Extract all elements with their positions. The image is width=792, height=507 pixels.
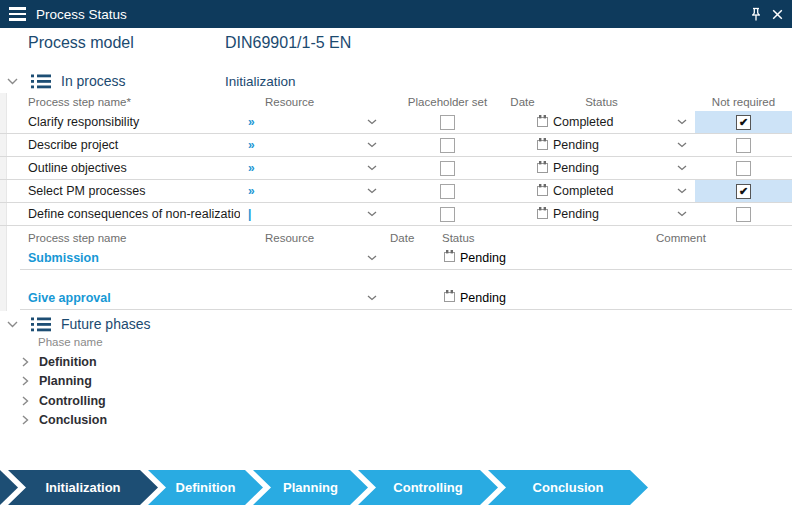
expand-chevron-icon[interactable] [22,357,29,367]
resource-cell[interactable]: | [240,203,385,225]
resource-cell[interactable]: » [240,134,385,156]
phase-segment-initialization[interactable]: Initialization [8,470,158,505]
date-cell[interactable] [510,157,535,179]
chevron-down-icon[interactable] [668,203,695,225]
phase-name: Definition [39,355,97,369]
chevron-down-icon[interactable] [668,111,695,133]
process-model-value[interactable]: DIN69901/1-5 EN [225,34,351,52]
col-header-placeholder[interactable]: Placeholder set [385,96,510,108]
status-cell[interactable]: Completed [535,184,668,199]
table-row: Give approval Pending [20,286,792,310]
not-required-cell [695,180,792,202]
chevron-down-icon[interactable] [367,255,377,261]
expand-chevron-icon[interactable] [22,396,29,406]
not-required-checkbox[interactable] [736,115,751,130]
status-cell[interactable]: Pending [430,290,650,305]
list-item[interactable]: Conclusion [0,411,792,431]
text-cursor[interactable]: | [248,207,367,221]
close-icon[interactable] [772,9,783,20]
status-cell[interactable]: Completed [535,115,668,130]
status-cell[interactable]: Pending [535,138,668,153]
calendar-icon [537,115,548,130]
process-step-name[interactable]: Select PM processes [0,184,240,198]
phase-segment-label: Definition [176,480,236,495]
process-status-window: Process Status Process model DIN69901/1-… [0,0,792,507]
resource-link[interactable]: » [248,115,367,129]
titlebar-actions [750,7,783,22]
date-cell[interactable] [510,180,535,202]
window-title: Process Status [36,7,127,22]
phase-segment-label: Conclusion [533,480,604,495]
col-header-resource[interactable]: Resource [240,232,385,244]
col-header-step-name[interactable]: Process step name [0,232,240,244]
status-cell[interactable]: Pending [535,207,668,222]
resource-cell[interactable] [240,286,385,309]
expand-chevron-icon[interactable] [22,415,29,425]
phase-segment-planning[interactable]: Planning [253,470,368,505]
hamburger-menu-icon[interactable] [9,7,26,20]
resource-cell[interactable] [240,246,385,269]
col-header-date[interactable]: Date [385,232,430,244]
phase-segment-definition[interactable]: Definition [148,470,263,505]
approval-step-name[interactable]: Submission [20,251,240,265]
calendar-icon [537,207,548,222]
col-header-step-name[interactable]: Process step name* [0,96,240,108]
resource-cell[interactable]: » [240,180,385,202]
chevron-down-icon[interactable] [367,211,377,217]
chevron-down-icon[interactable] [367,295,377,301]
col-header-date[interactable]: Date [510,96,535,108]
table-row: Submission Pending [20,246,792,270]
approval-table-header: Process step name Resource Date Status C… [0,230,792,246]
col-header-not-required[interactable]: Not required [695,96,792,108]
phase-progress-bar: Initialization Definition Planning Contr… [0,470,648,505]
placeholder-checkbox[interactable] [440,115,455,130]
list-icon [31,74,51,89]
placeholder-checkbox[interactable] [440,207,455,222]
not-required-checkbox[interactable] [736,207,751,222]
date-cell[interactable] [510,134,535,156]
list-item[interactable]: Planning [0,372,792,392]
placeholder-checkbox[interactable] [440,138,455,153]
collapse-chevron-icon[interactable] [7,78,18,85]
resource-link[interactable]: » [248,138,367,152]
date-cell[interactable] [510,111,535,133]
process-step-name[interactable]: Define consequences of non-realization [0,207,240,221]
phase-segment-controlling[interactable]: Controlling [358,470,498,505]
list-icon [31,317,51,332]
expand-chevron-icon[interactable] [22,376,29,386]
process-step-name[interactable]: Clarify responsibility [0,115,240,129]
chevron-down-icon[interactable] [367,142,377,148]
not-required-checkbox[interactable] [736,138,751,153]
resource-cell[interactable]: » [240,157,385,179]
placeholder-checkbox[interactable] [440,161,455,176]
resource-link[interactable]: » [248,184,367,198]
approval-step-name[interactable]: Give approval [20,291,240,305]
resource-link[interactable]: » [248,161,367,175]
chevron-down-icon[interactable] [367,188,377,194]
chevron-down-icon[interactable] [367,165,377,171]
col-header-status[interactable]: Status [430,232,650,244]
date-cell[interactable] [510,203,535,225]
not-required-checkbox[interactable] [736,161,751,176]
process-step-name[interactable]: Outline objectives [0,161,240,175]
process-model-label: Process model [28,34,134,52]
list-item[interactable]: Definition [0,352,792,372]
status-cell[interactable]: Pending [535,161,668,176]
chevron-down-icon[interactable] [367,119,377,125]
col-header-resource[interactable]: Resource [240,96,385,108]
col-header-status[interactable]: Status [535,96,668,108]
collapse-chevron-icon[interactable] [7,321,18,328]
chevron-down-icon[interactable] [668,180,695,202]
pin-icon[interactable] [750,7,762,22]
status-cell[interactable]: Pending [430,250,650,265]
phase-segment-conclusion[interactable]: Conclusion [488,470,648,505]
chevron-down-icon[interactable] [668,157,695,179]
not-required-checkbox[interactable] [736,184,751,199]
col-header-comment[interactable]: Comment [650,232,792,244]
list-item[interactable]: Controlling [0,391,792,411]
not-required-cell [695,203,792,225]
process-step-name[interactable]: Describe project [0,138,240,152]
chevron-down-icon[interactable] [668,134,695,156]
resource-cell[interactable]: » [240,111,385,133]
placeholder-checkbox[interactable] [440,184,455,199]
